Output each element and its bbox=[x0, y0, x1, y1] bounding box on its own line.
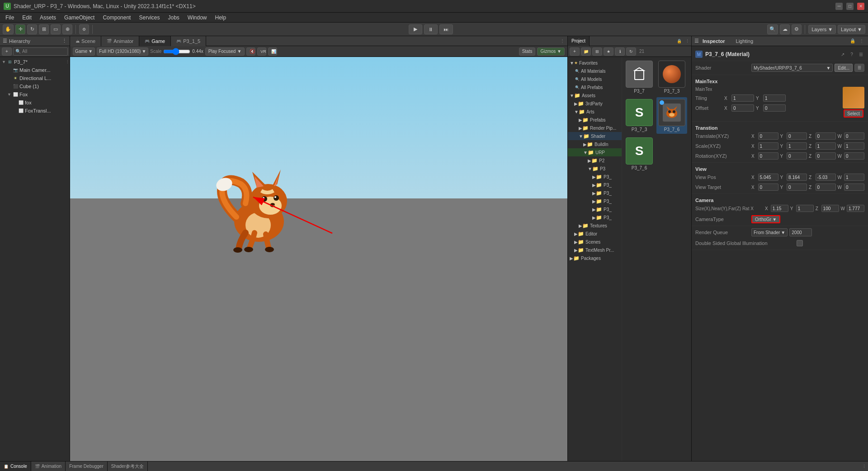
tab-project[interactable]: Project bbox=[568, 36, 590, 46]
mat-help-icon[interactable]: ? bbox=[848, 51, 855, 58]
console-menu-icon[interactable]: ⋮ bbox=[860, 464, 868, 469]
hier-cube[interactable]: ⬛ Cube (1) bbox=[0, 82, 70, 90]
project-menu-icon[interactable]: ⋮ bbox=[684, 39, 691, 43]
tab-scene[interactable]: ⛰ Scene bbox=[70, 36, 101, 46]
vr-button[interactable]: VR bbox=[257, 47, 266, 56]
cs-w-val[interactable]: 1.777 bbox=[847, 205, 864, 212]
project-add-button[interactable]: + bbox=[570, 47, 580, 56]
project-grid-view[interactable]: ⊞ bbox=[592, 47, 602, 56]
tool-extra[interactable]: ⚙ bbox=[79, 24, 89, 34]
project-refresh-view[interactable]: ↻ bbox=[626, 47, 636, 56]
hierarchy-search[interactable]: 🔍 All bbox=[13, 47, 68, 56]
tree-shader[interactable]: ▼ 📁 Shader bbox=[568, 132, 622, 140]
inspector-menu-icon[interactable]: ⋮ bbox=[858, 38, 865, 45]
tree-buildin[interactable]: ▶ 📁 BuildIn bbox=[568, 140, 622, 148]
vt-x-val[interactable]: 0 bbox=[758, 184, 778, 191]
vt-w-val[interactable]: 0 bbox=[844, 184, 864, 191]
asset-p3-7-6-selected[interactable]: P3_7_6 bbox=[656, 97, 687, 134]
tool-rect[interactable]: ▭ bbox=[51, 24, 61, 34]
game-resolution-dropdown[interactable]: Full HD (1920x1080) ▼ bbox=[97, 47, 148, 56]
tx-z-val[interactable]: 0 bbox=[816, 132, 836, 140]
tree-urp[interactable]: ▼ 📁 URP bbox=[568, 148, 622, 156]
menu-file[interactable]: File bbox=[2, 14, 18, 22]
menu-services[interactable]: Services bbox=[135, 14, 163, 22]
offset-y-val[interactable]: 0 bbox=[763, 104, 786, 112]
tool-rotate[interactable]: ↻ bbox=[27, 24, 37, 34]
tab-p3-1-5[interactable]: 🎮 P3_1_5 bbox=[171, 36, 206, 46]
fav-all-prefabs[interactable]: 🔍 All Prefabs bbox=[568, 83, 622, 91]
tree-editor[interactable]: ▶ 📁 Editor bbox=[568, 230, 622, 238]
double-sided-checkbox[interactable] bbox=[797, 240, 803, 246]
offset-x-val[interactable]: 0 bbox=[731, 104, 754, 112]
edit-button[interactable]: Edit... bbox=[835, 64, 853, 72]
rot-w-val[interactable]: 0 bbox=[844, 152, 864, 160]
vp-z-val[interactable]: -5.03 bbox=[816, 174, 836, 181]
tree-prefabs[interactable]: ▶ 📁 Prefabs bbox=[568, 116, 622, 124]
hierarchy-menu-icon[interactable]: ⋮ bbox=[62, 38, 67, 44]
rot-x-val[interactable]: 0 bbox=[758, 152, 778, 160]
hier-main-camera[interactable]: 📷 Main Camer... bbox=[0, 66, 70, 74]
hier-directional-light[interactable]: ☀ Directional L... bbox=[0, 74, 70, 82]
gizmos-button[interactable]: Gizmos ▼ bbox=[537, 47, 565, 56]
menu-component[interactable]: Component bbox=[99, 14, 134, 22]
project-star-view[interactable]: ★ bbox=[604, 47, 613, 56]
tiling-y-val[interactable]: 1 bbox=[763, 94, 786, 102]
sc-x-val[interactable]: 1 bbox=[758, 142, 778, 150]
cs-x-val[interactable]: 1.15 bbox=[771, 205, 788, 212]
sc-w-val[interactable]: 1 bbox=[844, 142, 864, 150]
maximize-button[interactable]: □ bbox=[846, 3, 854, 10]
tree-p3[interactable]: ▼ 📁 P3 bbox=[568, 165, 622, 173]
close-button[interactable]: ✕ bbox=[857, 3, 864, 10]
pause-button[interactable]: ⏸ bbox=[424, 24, 438, 34]
hier-options-icon[interactable]: ⋮ bbox=[66, 60, 70, 64]
menu-window[interactable]: Window bbox=[184, 14, 211, 22]
tree-scenes[interactable]: ▶ 📁 Scenes bbox=[568, 238, 622, 246]
play-button[interactable]: ▶ bbox=[409, 24, 422, 34]
rq-from-dropdown[interactable]: From Shader ▼ bbox=[751, 228, 788, 236]
hier-fox[interactable]: ▼ ⬜ Fox bbox=[0, 90, 70, 99]
tree-textures[interactable]: ▶ 📁 Textures bbox=[568, 221, 622, 230]
tx-y-val[interactable]: 0 bbox=[787, 132, 807, 140]
tx-w-val[interactable]: 0 bbox=[844, 132, 864, 140]
mute-button[interactable]: 🔇 bbox=[246, 47, 255, 56]
shader-options-icon[interactable]: ☰ bbox=[854, 64, 864, 72]
tab-animator[interactable]: 🎬 Animator bbox=[101, 36, 139, 46]
vp-w-val[interactable]: 1 bbox=[844, 174, 864, 181]
vp-y-val[interactable]: 8.164 bbox=[787, 174, 807, 181]
tree-p3-3[interactable]: ▶ 📁 P3_ bbox=[568, 189, 622, 197]
asset-p3-7-scene[interactable]: P3_7 bbox=[624, 59, 655, 95]
hier-p3_7[interactable]: ▼ ⊞ P3_7* ⋮ bbox=[0, 58, 70, 66]
tree-packages[interactable]: ▶ 📁 Packages bbox=[568, 254, 622, 262]
tree-p3-4[interactable]: ▶ 📁 P3_ bbox=[568, 197, 622, 205]
cs-z-val[interactable]: 100 bbox=[821, 205, 839, 212]
project-folder-view[interactable]: 📁 bbox=[581, 47, 591, 56]
tree-arts[interactable]: ▼ 📁 Arts bbox=[568, 108, 622, 116]
tab-overflow-button[interactable]: ⋮ bbox=[557, 38, 567, 43]
game-display-dropdown[interactable]: Game ▼ bbox=[73, 47, 95, 56]
tree-p3-5[interactable]: ▶ 📁 P3_ bbox=[568, 205, 622, 213]
tree-textmesh[interactable]: ▶ 📁 TextMesh Pr... bbox=[568, 246, 622, 254]
rq-value[interactable]: 2000 bbox=[789, 228, 812, 236]
sc-z-val[interactable]: 1 bbox=[816, 142, 836, 150]
layout-dropdown[interactable]: Layout ▼ bbox=[838, 25, 865, 34]
tree-p3-6[interactable]: ▶ 📁 P3_ bbox=[568, 213, 622, 221]
hierarchy-add-button[interactable]: + bbox=[2, 47, 12, 56]
layers-dropdown[interactable]: Layers ▼ bbox=[808, 25, 836, 34]
tab-console[interactable]: 📋 Console bbox=[0, 462, 31, 471]
tool-hand[interactable]: ✋ bbox=[3, 24, 14, 34]
asset-p3-7-3-shader[interactable]: S P3_7_3 bbox=[624, 97, 655, 134]
tab-game[interactable]: 🎮 Game bbox=[139, 36, 171, 46]
settings-button[interactable]: ⚙ bbox=[792, 24, 802, 34]
menu-gameobject[interactable]: GameObject bbox=[61, 14, 98, 22]
project-lock-icon[interactable]: 🔒 bbox=[675, 39, 684, 43]
mat-menu-icon[interactable]: ☰ bbox=[857, 51, 864, 58]
rot-y-val[interactable]: 0 bbox=[787, 152, 807, 160]
tree-renderpip[interactable]: ▶ 📁 Render Pip... bbox=[568, 124, 622, 132]
cameratype-dropdown[interactable]: OrthoGr ▼ bbox=[751, 215, 780, 223]
fav-all-models[interactable]: 🔍 All Models bbox=[568, 75, 622, 83]
cs-y-val[interactable]: 1 bbox=[796, 205, 814, 212]
scale-slider[interactable] bbox=[163, 48, 190, 55]
hier-fox-mesh[interactable]: ⬜ fox bbox=[0, 99, 70, 107]
inspector-lock-icon[interactable]: 🔒 bbox=[849, 38, 856, 45]
tool-move[interactable]: ✛ bbox=[15, 24, 25, 34]
